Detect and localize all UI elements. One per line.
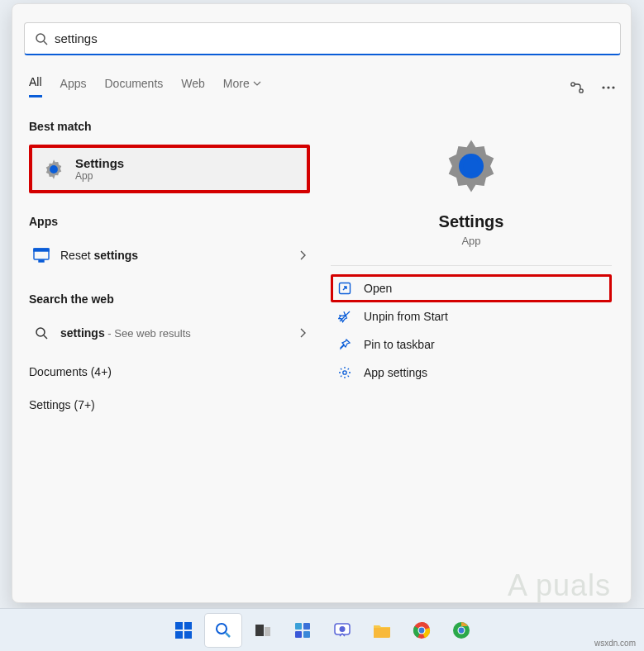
app-settings-label: App settings: [364, 366, 427, 379]
tab-more-label: More: [223, 77, 250, 90]
svg-line-12: [44, 335, 47, 339]
search-web-heading: Search the web: [29, 292, 310, 306]
best-match-sub: App: [75, 170, 124, 182]
chrome-button[interactable]: [403, 614, 440, 647]
svg-rect-18: [175, 622, 183, 630]
tab-all[interactable]: All: [29, 75, 42, 97]
svg-rect-19: [184, 622, 192, 630]
svg-line-23: [226, 633, 230, 637]
chat-button[interactable]: [324, 614, 360, 647]
folder-icon: [372, 621, 392, 639]
tab-documents[interactable]: Documents: [104, 77, 163, 97]
tab-more[interactable]: More: [223, 77, 261, 97]
svg-rect-24: [255, 625, 264, 636]
settings-gear-large-icon: [441, 136, 501, 196]
open-icon: [337, 281, 352, 296]
best-match-name: Settings: [75, 156, 124, 170]
start-button[interactable]: [165, 614, 202, 647]
more-options-icon[interactable]: [599, 78, 618, 97]
reset-settings-icon: [32, 246, 50, 264]
svg-point-11: [36, 328, 45, 336]
svg-point-4: [602, 86, 604, 88]
chrome-icon: [413, 621, 431, 639]
pin-to-taskbar-action[interactable]: Pin to taskbar: [331, 330, 612, 359]
svg-rect-20: [175, 631, 183, 639]
filter-tabs: All Apps Documents Web More: [29, 75, 261, 97]
task-view-icon: [254, 621, 272, 639]
best-match-heading: Best match: [29, 120, 310, 133]
unpin-label: Unpin from Start: [364, 310, 448, 323]
chrome-canary-button[interactable]: [443, 614, 479, 647]
settings-gear-icon: [42, 158, 65, 181]
svg-point-17: [343, 371, 346, 374]
svg-rect-10: [39, 260, 44, 262]
tab-apps[interactable]: Apps: [60, 77, 87, 97]
svg-point-22: [217, 624, 227, 634]
search-bar[interactable]: [24, 22, 621, 55]
svg-rect-29: [303, 631, 310, 638]
search-web-label: settings - See web results: [60, 326, 191, 340]
svg-point-5: [607, 86, 609, 88]
pin-icon: [337, 337, 352, 352]
chevron-right-icon: [298, 250, 307, 260]
reset-settings-label: Reset settings: [60, 249, 138, 262]
results-pane: Best match Settings App Apps: [29, 120, 310, 411]
file-explorer-button[interactable]: [364, 614, 400, 647]
settings-more-link[interactable]: Settings (7+): [29, 398, 310, 411]
open-action[interactable]: Open: [331, 274, 612, 302]
search-web-item[interactable]: settings - See web results: [29, 317, 310, 349]
svg-point-7: [50, 165, 58, 173]
preview-title: Settings: [439, 212, 504, 231]
svg-line-1: [44, 41, 47, 45]
preview-subtitle: App: [461, 235, 480, 247]
unpin-from-start-action[interactable]: Unpin from Start: [331, 302, 612, 330]
svg-point-6: [612, 86, 614, 88]
windows-logo-icon: [174, 620, 193, 640]
chevron-right-icon: [298, 328, 307, 338]
svg-point-3: [580, 89, 583, 93]
svg-point-31: [339, 626, 345, 632]
task-view-button[interactable]: [245, 614, 281, 647]
divider: [331, 265, 612, 266]
chevron-down-icon: [253, 79, 261, 88]
action-list: Open Unpin from Start Pin to taskbar App…: [331, 274, 612, 387]
svg-rect-28: [295, 631, 302, 638]
watermark: wsxdn.com: [594, 639, 636, 648]
apps-heading: Apps: [29, 215, 310, 228]
svg-rect-27: [303, 623, 310, 630]
search-icon: [35, 32, 48, 45]
preview-pane: Settings App Open Unpin from Start Pin t: [318, 120, 624, 387]
tab-web[interactable]: Web: [181, 77, 205, 97]
unpin-icon: [337, 309, 352, 324]
search-window: All Apps Documents Web More Best match S…: [12, 3, 632, 603]
chat-icon: [333, 621, 351, 639]
best-match-settings[interactable]: Settings App: [29, 145, 310, 193]
chrome-alt-icon: [452, 621, 470, 639]
search-magnifier-icon: [214, 621, 232, 639]
svg-point-34: [418, 627, 424, 633]
flow-icon[interactable]: [568, 78, 586, 97]
reset-settings-item[interactable]: Reset settings: [29, 240, 310, 271]
widgets-icon: [293, 621, 312, 639]
search-input[interactable]: [55, 31, 610, 45]
open-label: Open: [364, 282, 392, 295]
search-icon-small: [32, 324, 50, 342]
svg-point-14: [463, 158, 479, 173]
taskbar: [0, 608, 644, 651]
svg-rect-26: [295, 623, 302, 630]
svg-rect-21: [184, 631, 192, 639]
search-taskbar-button[interactable]: [205, 614, 241, 647]
widgets-button[interactable]: [284, 614, 321, 647]
svg-point-0: [36, 34, 45, 42]
svg-point-2: [571, 83, 575, 86]
app-settings-action[interactable]: App settings: [331, 359, 612, 387]
documents-more-link[interactable]: Documents (4+): [29, 365, 310, 378]
app-settings-icon: [337, 365, 352, 380]
pin-taskbar-label: Pin to taskbar: [364, 338, 435, 351]
header-right-icons: [568, 78, 618, 97]
svg-point-37: [458, 627, 464, 633]
svg-rect-25: [265, 627, 270, 636]
svg-rect-9: [34, 249, 49, 251]
